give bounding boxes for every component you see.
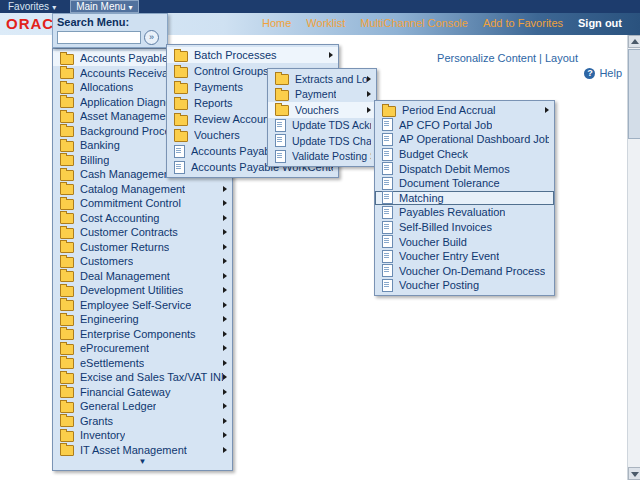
scroll-down-button[interactable] [628, 467, 640, 480]
separator: | [539, 52, 542, 64]
menu-item-voucher-entry-event[interactable]: Voucher Entry Event [375, 249, 554, 264]
menu-item-voucher-on-demand-process[interactable]: Voucher On-Demand Process [375, 264, 554, 279]
menu-item-vouchers[interactable]: Vouchers [268, 102, 376, 118]
header-link[interactable]: Add to Favorites [483, 17, 563, 29]
folder-icon [60, 257, 74, 268]
folder-icon [60, 300, 74, 311]
folder-icon [60, 373, 74, 384]
menu-item-matching[interactable]: Matching [375, 191, 554, 206]
menu-item-eprocurement[interactable]: eProcurement [53, 341, 232, 356]
folder-icon [60, 112, 74, 123]
folder-icon [174, 99, 188, 110]
submenu-arrow-icon [223, 316, 227, 322]
scrollbar-thumb[interactable] [628, 49, 640, 139]
help-link[interactable]: Help [599, 67, 622, 79]
menu-item-commitment-control[interactable]: Commitment Control [53, 196, 232, 211]
folder-icon [60, 126, 74, 137]
submenu-arrow-icon [223, 258, 227, 264]
help-area: ? Help [584, 67, 622, 79]
menu-item-ap-cfo-portal-job[interactable]: AP CFO Portal Job [375, 118, 554, 133]
menu-item-general-ledger[interactable]: General Ledger [53, 399, 232, 414]
page-icon [382, 162, 393, 175]
menu-item-customers[interactable]: Customers [53, 254, 232, 269]
favorites-label: Favorites [8, 1, 49, 12]
folder-icon [60, 170, 74, 181]
header-link[interactable]: Home [262, 17, 291, 29]
menu-item-excise-and-sales-tax-vat-ind[interactable]: Excise and Sales Tax/VAT IND [53, 370, 232, 385]
menu-item-financial-gateway[interactable]: Financial Gateway [53, 385, 232, 400]
menu-item-document-tolerance[interactable]: Document Tolerance [375, 176, 554, 191]
header-link-list: HomeWorklistMultiChannel ConsoleAdd to F… [262, 17, 563, 29]
folder-icon [60, 387, 74, 398]
caret-down-icon [52, 1, 56, 12]
page-icon [174, 161, 185, 174]
folder-icon [382, 106, 396, 117]
header-link[interactable]: Worklist [306, 17, 345, 29]
page-icon [382, 206, 393, 219]
folder-icon [60, 97, 74, 108]
search-go-button[interactable] [144, 30, 159, 45]
menu-item-extracts-and-loads[interactable]: Extracts and Loads [268, 71, 376, 87]
page-icon [382, 235, 393, 248]
menu-item-period-end-accrual[interactable]: Period End Accrual [375, 103, 554, 118]
menu-item-update-tds-ackno-number[interactable]: Update TDS Ackno Number [268, 118, 376, 134]
menu-item-inventory[interactable]: Inventory [53, 428, 232, 443]
menu-item-customer-returns[interactable]: Customer Returns [53, 240, 232, 255]
folder-icon [60, 344, 74, 355]
folder-icon [60, 431, 74, 442]
folder-icon [60, 402, 74, 413]
menu-item-payment[interactable]: Payment [268, 87, 376, 103]
folder-icon [60, 228, 74, 239]
layout-link[interactable]: Layout [545, 52, 578, 64]
folder-icon [60, 416, 74, 427]
menu-item-deal-management[interactable]: Deal Management [53, 269, 232, 284]
personalize-bar: Personalize Content|Layout [437, 52, 578, 64]
header-link[interactable]: MultiChannel Console [360, 17, 468, 29]
menu-item-grants[interactable]: Grants [53, 414, 232, 429]
menu-item-self-billed-invoices[interactable]: Self-Billed Invoices [375, 220, 554, 235]
scroll-more-indicator[interactable]: ▼ [53, 457, 232, 468]
sign-out-link[interactable]: Sign out [578, 17, 622, 29]
vertical-scrollbar[interactable] [627, 35, 640, 480]
main-menu-button[interactable]: Main Menu [70, 0, 138, 13]
submenu-arrow-icon [223, 447, 227, 453]
menu-item-budget-check[interactable]: Budget Check [375, 147, 554, 162]
menu-item-dispatch-debit-memos[interactable]: Dispatch Debit Memos [375, 161, 554, 176]
folder-icon [60, 199, 74, 210]
folder-icon [60, 329, 74, 340]
search-input[interactable] [57, 31, 141, 44]
scroll-up-button[interactable] [628, 35, 640, 48]
menu-item-enterprise-components[interactable]: Enterprise Components [53, 327, 232, 342]
submenu-arrow-icon [223, 302, 227, 308]
favorites-menu[interactable]: Favorites [8, 0, 56, 13]
menu-item-payables-revaluation[interactable]: Payables Revaluation [375, 205, 554, 220]
menu-item-employee-self-service[interactable]: Employee Self-Service [53, 298, 232, 313]
submenu-arrow-icon [223, 186, 227, 192]
submenu-arrow-icon [223, 374, 227, 380]
menu-item-customer-contracts[interactable]: Customer Contracts [53, 225, 232, 240]
folder-icon [60, 83, 74, 94]
menu-item-update-tds-challan-information[interactable]: Update TDS Challan Information [268, 133, 376, 149]
menu-item-esettlements[interactable]: eSettlements [53, 356, 232, 371]
personalize-content-link[interactable]: Personalize Content [437, 52, 536, 64]
menu-item-ap-operational-dashboard-job[interactable]: AP Operational Dashboard Job [375, 132, 554, 147]
submenu-arrow-icon [367, 91, 371, 97]
help-icon[interactable]: ? [584, 68, 595, 79]
page-icon [382, 264, 393, 277]
folder-icon [60, 271, 74, 282]
submenu-arrow-icon [329, 52, 333, 58]
menu-item-catalog-management[interactable]: Catalog Management [53, 182, 232, 197]
menu-item-cost-accounting[interactable]: Cost Accounting [53, 211, 232, 226]
menu-item-voucher-build[interactable]: Voucher Build [375, 234, 554, 249]
page-icon [382, 177, 393, 190]
menu-item-voucher-posting[interactable]: Voucher Posting [375, 278, 554, 293]
menu-item-engineering[interactable]: Engineering [53, 312, 232, 327]
submenu-arrow-icon [223, 273, 227, 279]
page-icon [275, 119, 286, 132]
menu-item-validate-posting-setup[interactable]: Validate Posting Setup [268, 149, 376, 165]
menu-item-development-utilities[interactable]: Development Utilities [53, 283, 232, 298]
folder-icon [275, 90, 289, 101]
menu-item-it-asset-management[interactable]: IT Asset Management [53, 443, 232, 458]
menu-item-batch-processes[interactable]: Batch Processes [167, 47, 338, 63]
submenu-arrow-icon [223, 244, 227, 250]
